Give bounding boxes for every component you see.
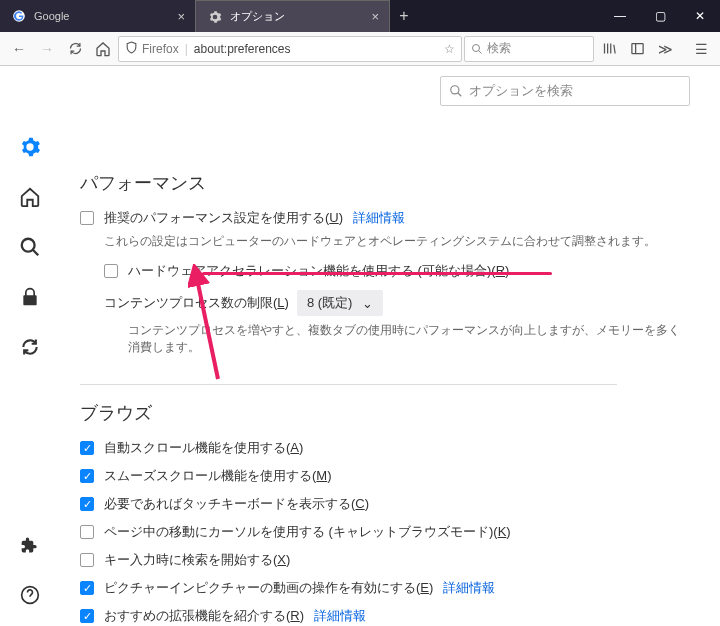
back-button[interactable]: ←: [6, 36, 32, 62]
checkbox-caret[interactable]: [80, 525, 94, 539]
proc-limit-select[interactable]: 8 (既定) ⌄: [297, 290, 384, 316]
new-tab-button[interactable]: +: [390, 7, 418, 25]
checkbox-use-recommended[interactable]: [80, 211, 94, 225]
url-bar[interactable]: Firefox | about:preferences ☆: [118, 36, 462, 62]
touch-kb-label: 必要であればタッチキーボードを表示する(C): [104, 495, 369, 513]
shield-icon: [125, 41, 138, 57]
browse-heading: ブラウズ: [80, 401, 690, 425]
minimize-button[interactable]: —: [600, 0, 640, 32]
details-link[interactable]: 詳細情報: [314, 607, 366, 625]
svg-point-3: [22, 239, 35, 252]
checkbox-hw-accel[interactable]: [104, 264, 118, 278]
section-divider: [80, 384, 617, 385]
svg-rect-2: [631, 44, 642, 54]
gear-icon: [208, 10, 222, 24]
close-window-button[interactable]: ✕: [680, 0, 720, 32]
tab-label: オプション: [230, 9, 285, 24]
bookmark-icon[interactable]: ☆: [444, 42, 455, 56]
details-link[interactable]: 詳細情報: [443, 579, 495, 597]
checkbox-smooth-scroll[interactable]: [80, 469, 94, 483]
extensions-icon[interactable]: [19, 534, 41, 556]
checkbox-auto-scroll[interactable]: [80, 441, 94, 455]
gear-icon[interactable]: [19, 136, 41, 158]
search-type-label: キー入力時に検索を開始する(X): [104, 551, 290, 569]
search-preferences-input[interactable]: オプションを検索: [440, 76, 690, 106]
checkbox-touch-kb[interactable]: [80, 497, 94, 511]
performance-heading: パフォーマンス: [80, 171, 690, 195]
forward-button[interactable]: →: [34, 36, 60, 62]
reload-button[interactable]: [62, 36, 88, 62]
proc-limit-label: コンテンツプロセス数の制限(L): [104, 294, 289, 312]
settings-content: オプションを検索 パフォーマンス 推奨のパフォーマンス設定を使用する(U) 詳細…: [60, 66, 720, 626]
overflow-button[interactable]: ≫: [652, 36, 678, 62]
pip-label: ピクチャーインピクチャーの動画の操作を有効にする(E): [104, 579, 433, 597]
maximize-button[interactable]: ▢: [640, 0, 680, 32]
recommend-ext-label: おすすめの拡張機能を紹介する(R): [104, 607, 304, 625]
settings-sidebar: [0, 66, 60, 626]
checkbox-recommend-ext[interactable]: [80, 609, 94, 623]
lock-icon[interactable]: [19, 286, 41, 308]
details-link[interactable]: 詳細情報: [353, 209, 405, 227]
sidebar-button[interactable]: [624, 36, 650, 62]
browser-name: Firefox: [142, 42, 179, 56]
tab-label: Google: [34, 10, 69, 22]
home-button[interactable]: [90, 36, 116, 62]
search-pref-placeholder: オプションを検索: [469, 82, 573, 100]
hw-accel-label: ハードウェアアクセラレーション機能を使用する (可能な場合)(R): [128, 262, 509, 280]
titlebar: Google × オプション × + — ▢ ✕: [0, 0, 720, 32]
use-recommended-label: 推奨のパフォーマンス設定を使用する(U): [104, 209, 343, 227]
caret-label: ページ中の移動にカーソルを使用する (キャレットブラウズモード)(K): [104, 523, 511, 541]
auto-scroll-label: 自動スクロール機能を使用する(A): [104, 439, 303, 457]
toolbar: ← → Firefox | about:preferences ☆ 検索 ≫ ☰: [0, 32, 720, 66]
perf-desc1: これらの設定はコンピューターのハードウェアとオペレーティングシステムに合わせて調…: [104, 233, 690, 250]
search-placeholder: 検索: [487, 40, 511, 57]
chevron-down-icon: ⌄: [362, 296, 373, 311]
smooth-scroll-label: スムーズスクロール機能を使用する(M): [104, 467, 332, 485]
tab-google[interactable]: Google ×: [0, 0, 195, 32]
tab-options[interactable]: オプション ×: [195, 0, 390, 32]
search-box[interactable]: 検索: [464, 36, 594, 62]
search-icon[interactable]: [19, 236, 41, 258]
library-button[interactable]: [596, 36, 622, 62]
home-icon[interactable]: [19, 186, 41, 208]
sync-icon[interactable]: [19, 336, 41, 358]
svg-point-5: [451, 86, 459, 94]
perf-desc2: コンテンツプロセスを増やすと、複数タブの使用時にパフォーマンスが向上しますが、メ…: [128, 322, 690, 356]
annotation-underline: [202, 272, 552, 275]
svg-point-1: [473, 44, 480, 51]
close-icon[interactable]: ×: [371, 9, 379, 24]
checkbox-pip[interactable]: [80, 581, 94, 595]
close-icon[interactable]: ×: [177, 9, 185, 24]
url-text: about:preferences: [194, 42, 291, 56]
help-icon[interactable]: [19, 584, 41, 606]
google-icon: [12, 9, 26, 23]
checkbox-search-type[interactable]: [80, 553, 94, 567]
menu-button[interactable]: ☰: [688, 36, 714, 62]
